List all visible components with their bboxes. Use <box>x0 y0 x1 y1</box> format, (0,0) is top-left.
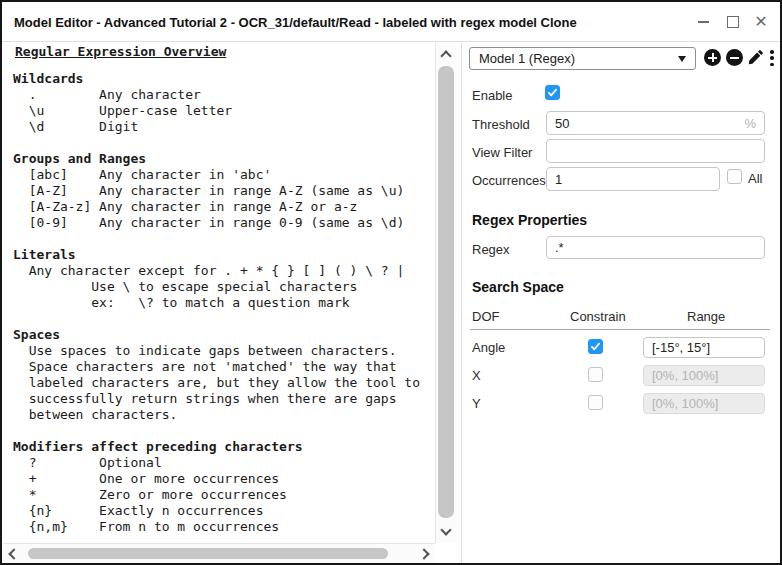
threshold-unit: % <box>744 116 756 131</box>
regex-properties-heading: Regex Properties <box>472 212 587 228</box>
doc-line: Use spaces to indicate gaps between char… <box>13 343 435 359</box>
doc-line: [A-Za-z] Any character in range A-Z or a… <box>13 199 435 215</box>
edit-model-button[interactable] <box>747 48 765 66</box>
remove-model-button[interactable] <box>726 49 743 66</box>
column-header-range: Range <box>687 309 725 324</box>
check-icon <box>547 87 558 98</box>
minimize-icon <box>698 21 709 23</box>
range-input-y: [0%, 100%] <box>643 393 765 414</box>
search-space-heading: Search Space <box>472 279 564 295</box>
chevron-left-icon <box>8 548 19 559</box>
doc-line: Any character except for . + * { } [ ] (… <box>13 263 435 279</box>
chevron-up-icon <box>440 50 451 61</box>
doc-line: between characters. <box>13 407 435 423</box>
doc-line: * Zero or more occurrences <box>13 487 435 503</box>
close-button[interactable]: ✕ <box>748 2 774 42</box>
occurrences-value: 1 <box>555 172 562 187</box>
scroll-up-button[interactable] <box>437 47 455 65</box>
all-label: All <box>748 171 762 186</box>
doc-line: successfully return strings when there a… <box>13 391 435 407</box>
horizontal-scrollbar-thumb[interactable] <box>28 548 388 559</box>
model-selector-dropdown[interactable]: Model 1 (Regex) <box>469 47 696 70</box>
doc-line <box>13 231 435 247</box>
constrain-checkbox-x[interactable] <box>588 367 603 382</box>
chevron-right-icon <box>418 548 429 559</box>
doc-line: + One or more occurrences <box>13 471 435 487</box>
regex-label: Regex <box>472 242 510 257</box>
doc-line: \u Upper-case letter <box>13 103 435 119</box>
dof-label-y: Y <box>472 396 481 411</box>
regex-input[interactable]: .* <box>546 236 765 259</box>
doc-line: . Any character <box>13 87 435 103</box>
chevron-down-icon <box>440 524 451 535</box>
threshold-input[interactable]: 50 % <box>546 111 765 135</box>
enable-checkbox[interactable] <box>545 85 560 100</box>
doc-line: [0-9] Any character in range 0-9 (same a… <box>13 215 435 231</box>
doc-line <box>13 135 435 151</box>
all-checkbox[interactable] <box>727 169 742 184</box>
view-filter-label: View Filter <box>472 145 532 160</box>
doc-line: [abc] Any character in 'abc' <box>13 167 435 183</box>
occurrences-label: Occurrences <box>472 173 546 188</box>
check-icon <box>590 341 601 352</box>
add-model-button[interactable] <box>704 49 721 66</box>
doc-line: ex: \? to match a question mark <box>13 295 435 311</box>
constrain-checkbox-angle[interactable] <box>588 339 603 354</box>
title-bar: Model Editor - Advanced Tutorial 2 - OCR… <box>2 2 780 42</box>
doc-line: {n,m} From n to m occurrences <box>13 519 435 535</box>
regex-value: .* <box>555 240 564 255</box>
doc-line: Spaces <box>13 327 435 343</box>
pencil-icon <box>748 49 764 65</box>
doc-line: Modifiers affect preceding characters <box>13 439 435 455</box>
range-input-angle[interactable]: [-15°, 15°] <box>643 337 765 358</box>
more-options-button[interactable] <box>768 50 776 66</box>
scroll-right-button[interactable] <box>415 545 433 563</box>
model-selector-value: Model 1 (Regex) <box>479 51 575 66</box>
doc-line <box>13 423 435 439</box>
doc-line: Wildcards <box>13 71 435 87</box>
doc-line: [A-Z] Any character in range A-Z (same a… <box>13 183 435 199</box>
doc-line: ? Optional <box>13 455 435 471</box>
window-title: Model Editor - Advanced Tutorial 2 - OCR… <box>14 2 577 42</box>
chevron-down-icon <box>678 56 686 62</box>
model-editor-window: Model Editor - Advanced Tutorial 2 - OCR… <box>0 0 782 565</box>
range-input-x: [0%, 100%] <box>643 365 765 386</box>
maximize-icon <box>727 16 739 28</box>
doc-line: Space characters are not 'matched' the w… <box>13 359 435 375</box>
occurrences-input[interactable]: 1 <box>546 167 720 191</box>
vertical-scrollbar-thumb[interactable] <box>438 66 454 518</box>
doc-line: \d Digit <box>13 119 435 135</box>
dof-label-x: X <box>472 368 481 383</box>
scroll-down-button[interactable] <box>437 521 455 539</box>
dof-label-angle: Angle <box>472 340 505 355</box>
threshold-value: 50 <box>555 116 569 131</box>
pane-divider <box>461 43 462 563</box>
enable-label: Enable <box>472 88 512 103</box>
kebab-vertical-icon <box>770 50 774 54</box>
close-icon: ✕ <box>754 14 767 30</box>
doc-line <box>13 311 435 327</box>
threshold-label: Threshold <box>472 117 530 132</box>
doc-line: Regular Expression Overview <box>15 43 226 59</box>
scroll-left-button[interactable] <box>5 545 23 563</box>
minus-icon <box>730 57 739 59</box>
maximize-button[interactable] <box>720 2 746 42</box>
vertical-scrollbar[interactable] <box>435 43 456 543</box>
horizontal-scrollbar[interactable] <box>3 543 435 563</box>
column-header-constrain: Constrain <box>570 309 626 324</box>
regex-help-document: Regular Expression OverviewWildcards . A… <box>3 43 435 543</box>
table-header-divider <box>470 329 770 330</box>
doc-line: Groups and Ranges <box>13 151 435 167</box>
doc-line: Literals <box>13 247 435 263</box>
minimize-button[interactable] <box>690 2 716 42</box>
doc-line: Use \ to escape special characters <box>13 279 435 295</box>
column-header-dof: DOF <box>472 309 499 324</box>
doc-line: labeled characters are, but they allow t… <box>13 375 435 391</box>
doc-line: {n} Exactly n occurrences <box>13 503 435 519</box>
view-filter-input[interactable] <box>546 139 765 163</box>
constrain-checkbox-y[interactable] <box>588 395 603 410</box>
